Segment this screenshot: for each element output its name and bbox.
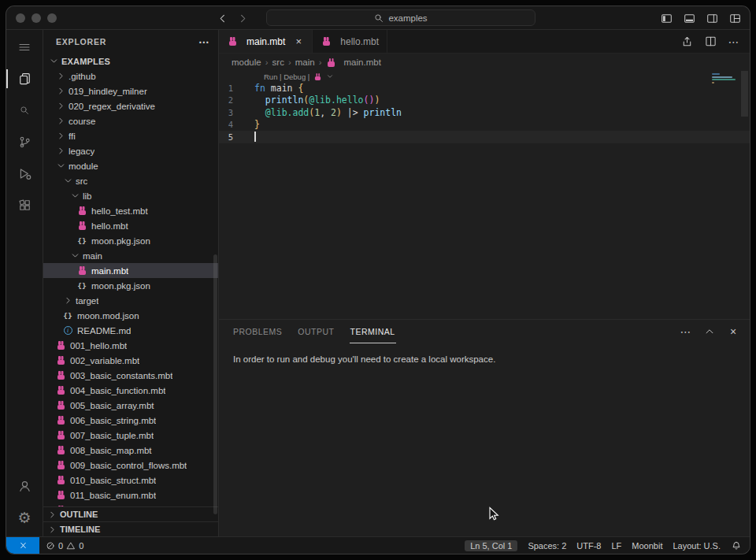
tree-file-002_variable.mbt[interactable]: 002_variable.mbt	[43, 353, 218, 368]
more-icon[interactable]: ⋯	[726, 34, 742, 50]
tree-folder-course[interactable]: course	[43, 113, 218, 128]
tree-file-008_basic_map.mbt[interactable]: 008_basic_map.mbt	[43, 443, 218, 458]
activity-extensions-icon[interactable]	[6, 189, 43, 221]
moonbit-file-icon	[55, 491, 66, 499]
search-icon	[374, 13, 384, 23]
tree-folder-019_hindley_milner[interactable]: 019_hindley_milner	[43, 83, 218, 98]
tree-file-007_basic_tuple.mbt[interactable]: 007_basic_tuple.mbt	[43, 428, 218, 443]
section-timeline[interactable]: TIMELINE	[43, 521, 218, 536]
code-line[interactable]: 3 @lib.add(1, 2) |> println	[219, 106, 750, 119]
code-line[interactable]: 2 println(@lib.hello())	[219, 95, 750, 107]
breadcrumb-item[interactable]: main.mbt	[326, 57, 381, 67]
activity-menu-icon[interactable]	[6, 32, 43, 63]
minimize-button[interactable]	[32, 13, 41, 23]
tree-folder-020_regex_derivative[interactable]: 020_regex_derivative	[43, 98, 218, 113]
activity-search-icon[interactable]	[6, 95, 43, 126]
line-number[interactable]: 1	[219, 83, 243, 93]
tree-folder-EXAMPLES[interactable]: EXAMPLES	[43, 54, 218, 69]
split-editor-icon[interactable]	[702, 34, 718, 50]
tree-file-004_basic_function.mbt[interactable]: 004_basic_function.mbt	[43, 383, 218, 398]
panel-tab-terminal[interactable]: TERMINAL	[350, 320, 396, 343]
editor-scrollbar[interactable]	[741, 71, 748, 117]
status-eol[interactable]: LF	[611, 541, 621, 551]
status-indentation[interactable]: Spaces: 2	[528, 541, 566, 551]
tree-file-010_basic_struct.mbt[interactable]: 010_basic_struct.mbt	[43, 473, 218, 488]
toggle-panel-button[interactable]	[681, 10, 698, 27]
toggle-secondary-sidebar-button[interactable]	[704, 10, 721, 27]
activity-source-control-icon[interactable]	[6, 126, 43, 158]
tree-folder-module[interactable]: module	[43, 158, 218, 173]
line-number[interactable]: 5	[219, 132, 243, 142]
more-icon[interactable]: ⋯	[679, 325, 693, 339]
tree-folder-ffi[interactable]: ffi	[43, 128, 218, 143]
status-bar: 0 0 Ln 5, Col 1Spaces: 2UTF-8LFMoonbitLa…	[6, 536, 750, 554]
section-outline[interactable]: OUTLINE	[43, 506, 218, 521]
tab-hello.mbt[interactable]: hello.mbt	[313, 30, 387, 53]
sidebar-scrollbar[interactable]	[213, 254, 217, 514]
more-actions-icon[interactable]: ⋯	[198, 35, 210, 48]
remote-indicator[interactable]	[6, 537, 39, 554]
tree-file-006_basic_string.mbt[interactable]: 006_basic_string.mbt	[43, 413, 218, 428]
tree-file-moon.pkg.json[interactable]: {}moon.pkg.json	[43, 278, 218, 293]
line-number[interactable]: 3	[219, 108, 243, 117]
status-cursor-position[interactable]: Ln 5, Col 1	[465, 540, 517, 551]
toggle-primary-sidebar-button[interactable]	[658, 10, 675, 27]
problems-status[interactable]: 0 0	[39, 541, 83, 551]
panel-tab-output[interactable]: OUTPUT	[297, 320, 335, 343]
minimap[interactable]	[712, 73, 737, 84]
code-editor[interactable]: Run | Debug | 1fn main {2 println(@lib.h…	[219, 71, 750, 319]
line-number[interactable]: 4	[219, 120, 243, 129]
tree-file-moon.mod.json[interactable]: {}moon.mod.json	[43, 308, 218, 323]
tree-file-hello.mbt[interactable]: hello.mbt	[43, 218, 218, 233]
code-line[interactable]: 5	[219, 131, 750, 143]
activity-explorer-icon[interactable]	[6, 63, 43, 95]
tree-folder-lib[interactable]: lib	[43, 188, 218, 203]
close-panel-icon[interactable]: ×	[726, 325, 740, 339]
editor-actions: ⋯	[679, 30, 750, 53]
tree-file-hello_test.mbt[interactable]: hello_test.mbt	[43, 203, 218, 218]
tab-main.mbt[interactable]: main.mbt×	[219, 30, 313, 53]
tree-folder-.github[interactable]: .github	[43, 69, 218, 83]
status-encoding[interactable]: UTF-8	[576, 541, 601, 551]
tree-file-009_basic_control_flows.mbt[interactable]: 009_basic_control_flows.mbt	[43, 458, 218, 473]
customize-layout-button[interactable]	[727, 10, 743, 27]
panel-tab-problems[interactable]: PROBLEMS	[232, 320, 283, 343]
command-center[interactable]: examples	[266, 9, 536, 26]
layout-controls	[658, 6, 743, 30]
chevron-down-icon[interactable]	[326, 72, 334, 80]
tree-file-003_basic_constants.mbt[interactable]: 003_basic_constants.mbt	[43, 368, 218, 383]
status-keyboard-layout[interactable]: Layout: U.S.	[673, 541, 721, 551]
close-icon[interactable]: ×	[293, 35, 304, 47]
tree-file-moon.pkg.json[interactable]: {}moon.pkg.json	[43, 233, 218, 248]
terminal[interactable]: In order to run and debug you'll need to…	[219, 343, 750, 536]
breadcrumb-item[interactable]: module	[232, 57, 261, 67]
tree-file-011_basic_enum.mbt[interactable]: 011_basic_enum.mbt	[43, 488, 218, 503]
tree-file-README.md[interactable]: iREADME.md	[43, 323, 218, 338]
tree-folder-src[interactable]: src	[43, 173, 218, 188]
activity-run-debug-icon[interactable]	[6, 158, 43, 189]
close-button[interactable]	[16, 13, 25, 23]
tree-file-main.mbt[interactable]: main.mbt	[43, 263, 218, 278]
codelens-run-debug[interactable]: Run | Debug |	[264, 72, 309, 81]
maximize-panel-icon[interactable]	[702, 325, 717, 339]
zoom-button[interactable]	[47, 13, 57, 23]
forward-button[interactable]	[235, 10, 250, 26]
line-number[interactable]: 2	[219, 95, 243, 105]
share-icon[interactable]	[679, 34, 695, 50]
activity-settings-icon[interactable]: ⚙	[6, 502, 43, 533]
status-language-mode[interactable]: Moonbit	[632, 541, 662, 551]
tree-file-001_hello.mbt[interactable]: 001_hello.mbt	[43, 338, 218, 353]
tree-file-005_basic_array.mbt[interactable]: 005_basic_array.mbt	[43, 398, 218, 413]
tree-folder-main[interactable]: main	[43, 248, 218, 263]
tree-folder-target[interactable]: target	[43, 293, 218, 308]
activity-bottom: ⚙	[6, 470, 43, 536]
breadcrumb-item[interactable]: main	[295, 57, 315, 67]
tree-item-label: .github	[69, 72, 96, 81]
code-line[interactable]: 1fn main {	[219, 82, 750, 95]
tree-folder-legacy[interactable]: legacy	[43, 143, 218, 158]
activity-account-icon[interactable]	[6, 470, 43, 502]
breadcrumb-item[interactable]: src	[272, 57, 284, 67]
code-line[interactable]: 4}	[219, 119, 750, 132]
bell-icon[interactable]	[731, 540, 742, 551]
back-button[interactable]	[214, 10, 230, 26]
